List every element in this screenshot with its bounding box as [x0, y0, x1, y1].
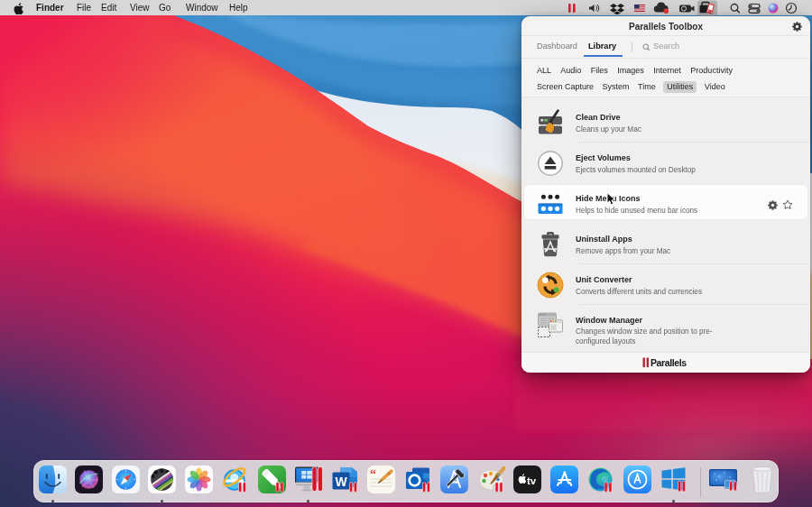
svg-text:W: W: [335, 475, 347, 489]
svg-text:“: “: [370, 467, 376, 481]
svg-text:Parallels: Parallels: [651, 357, 687, 368]
svg-text:tv: tv: [527, 475, 537, 486]
